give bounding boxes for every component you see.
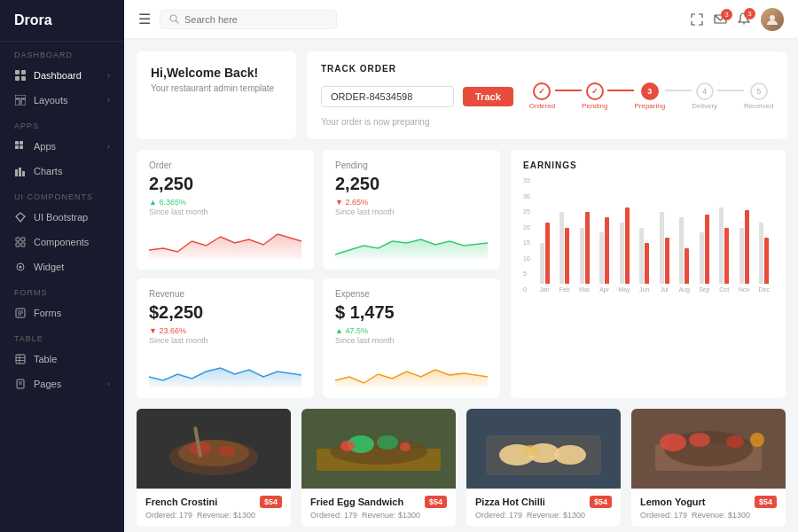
stat-card-order: Order 2,250 ▲ 6.365% Since last month: [137, 150, 314, 270]
messages-badge: 3: [721, 9, 732, 20]
order-status-text: Your order is now preparing: [321, 117, 773, 127]
sidebar-item-layouts[interactable]: Layouts ›: [0, 88, 124, 113]
messages-button[interactable]: 3: [714, 13, 727, 26]
mini-chart-expense: [335, 352, 488, 387]
bar-gray: [739, 228, 744, 284]
resize-button[interactable]: [691, 13, 703, 26]
step-circle-received: 5: [750, 82, 768, 100]
bar-label: Oct: [719, 286, 729, 293]
middle-row: Order 2,250 ▲ 6.365% Since last month: [137, 150, 786, 398]
stat-since-revenue: Since last month: [149, 336, 301, 345]
sidebar-item-widget[interactable]: Widget: [0, 254, 124, 279]
bar-gray: [700, 232, 704, 284]
top-row: Hi,Welcome Back! Your restaurant admin t…: [137, 51, 786, 139]
bar-red: [585, 212, 590, 284]
sidebar-item-charts[interactable]: Charts: [0, 159, 124, 184]
bar-group: Nov: [735, 177, 754, 293]
food-image-0: [137, 409, 291, 489]
bar-gray: [719, 207, 724, 284]
food-name-row-0: French Crostini $54: [145, 496, 282, 508]
step-label-preparing: Preparing: [634, 102, 665, 110]
bar-chart: JanFebMarAprMayJunJulAugSepOctNovDec: [536, 177, 773, 293]
sidebar-item-label: Widget: [34, 262, 64, 272]
stat-value-order: 2,250: [149, 174, 301, 194]
earnings-title: EARNINGS: [523, 160, 773, 170]
step-line-3: [665, 90, 692, 91]
y-tick: 10: [523, 255, 530, 262]
y-tick: 15: [523, 239, 530, 246]
food-card-1: Fried Egg Sandwich $54 Ordered: 179 Reve…: [301, 409, 456, 527]
search-input[interactable]: [184, 14, 300, 25]
svg-point-20: [20, 266, 22, 269]
chevron-right-icon: ›: [107, 142, 110, 151]
notifications-button[interactable]: 3: [738, 12, 750, 26]
form-icon: [14, 307, 27, 319]
bar-label: Dec: [759, 286, 770, 293]
header: ☰ 3 3: [124, 0, 798, 39]
table-icon: [14, 353, 27, 365]
bar-label: Sep: [699, 286, 709, 293]
bar-red: [764, 238, 769, 284]
svg-rect-6: [21, 99, 26, 106]
sidebar-item-pages[interactable]: Pages ›: [0, 372, 124, 396]
svg-rect-8: [20, 141, 23, 145]
mini-chart-pending: [335, 223, 488, 259]
stat-label-pending: Pending: [335, 160, 488, 170]
sidebar-section-apps: APPS: [0, 113, 124, 134]
step-label-delivery: Delivery: [692, 102, 717, 110]
avatar[interactable]: [761, 8, 784, 31]
bar-red: [685, 248, 689, 284]
order-id-input[interactable]: [321, 86, 454, 107]
bar-group: May: [615, 177, 634, 293]
content-area: Hi,Welcome Back! Your restaurant admin t…: [124, 39, 798, 532]
bar-red: [745, 210, 749, 284]
sidebar-item-forms[interactable]: Forms: [0, 301, 124, 325]
bar-red: [665, 238, 669, 284]
search-box[interactable]: [160, 10, 337, 29]
svg-rect-9: [15, 145, 19, 149]
stat-since-order: Since last month: [149, 207, 301, 216]
stat-card-revenue: Revenue $2,250 ▼ 23.66% Since last month: [137, 278, 314, 398]
svg-rect-5: [15, 99, 20, 106]
menu-toggle-button[interactable]: ☰: [138, 11, 151, 27]
svg-rect-15: [16, 238, 20, 241]
sidebar-item-label: Dashboard: [34, 70, 82, 81]
mini-chart-order: [149, 223, 301, 259]
svg-rect-18: [21, 243, 25, 246]
food-details-0: Ordered: 179 Revenue: $1300: [145, 511, 282, 520]
sidebar-item-components[interactable]: Components: [0, 230, 124, 254]
svg-point-55: [521, 445, 539, 456]
sidebar-item-dashboard[interactable]: Dashboard ›: [0, 63, 124, 88]
welcome-heading: Hi,Welcome Back!: [151, 66, 282, 80]
food-card-2: Pizza Hot Chilli $54 Ordered: 179 Revenu…: [466, 409, 621, 527]
step-preparing: 3 Preparing: [634, 82, 665, 110]
food-name-0: French Crostini: [145, 497, 217, 507]
sidebar-item-label: Forms: [34, 308, 61, 318]
svg-rect-16: [21, 238, 25, 241]
food-price-2: $54: [590, 496, 612, 508]
svg-rect-12: [19, 168, 21, 176]
notifications-badge: 3: [744, 8, 755, 20]
svg-point-61: [726, 435, 744, 448]
stat-value-expense: $ 1,475: [335, 302, 488, 323]
svg-rect-7: [15, 141, 19, 145]
step-delivery: 4 Delivery: [692, 82, 717, 110]
food-details-3: Ordered: 179 Revenue: $1300: [640, 511, 777, 520]
sidebar-item-label: Components: [34, 237, 89, 247]
sidebar-item-ui-bootstrap[interactable]: UI Bootstrap: [0, 205, 124, 230]
stat-card-pending: Pending 2,250 ▼ 2.65% Since last month: [323, 150, 500, 270]
bar-label: May: [619, 286, 630, 293]
stat-since-expense: Since last month: [335, 336, 488, 345]
food-name-3: Lemon Yogurt: [640, 497, 706, 507]
track-button[interactable]: Track: [463, 87, 513, 106]
apps-icon: [14, 140, 27, 153]
svg-rect-1: [21, 70, 26, 74]
header-actions: 3 3: [691, 8, 784, 31]
food-image-1: [301, 409, 456, 489]
bar-group: Jul: [655, 177, 674, 293]
sidebar-item-table[interactable]: Table: [0, 347, 124, 372]
sidebar-item-apps[interactable]: Apps ›: [0, 134, 124, 159]
food-items-row: French Crostini $54 Ordered: 179 Revenue…: [137, 409, 786, 527]
bar-group: Jan: [536, 177, 554, 293]
resize-icon: [691, 13, 703, 26]
